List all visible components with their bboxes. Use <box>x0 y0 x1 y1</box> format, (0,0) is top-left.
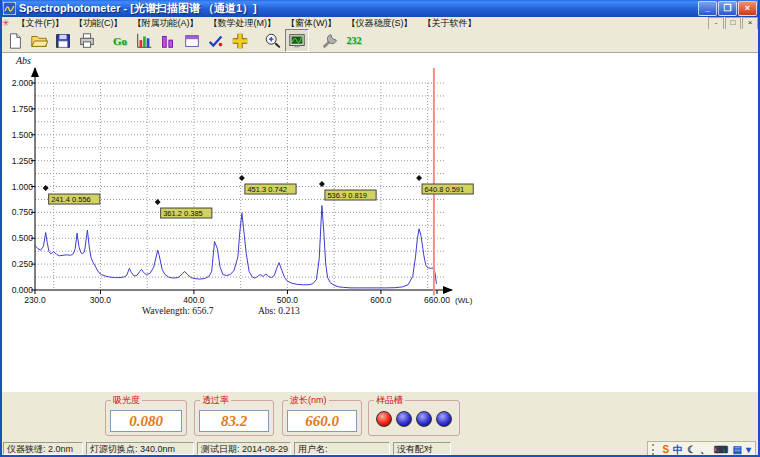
new-file-button[interactable] <box>3 29 27 52</box>
halfwidth-moon-icon[interactable]: ☾ <box>685 443 698 456</box>
peak-annotation-label-1: 241.4 0.556 <box>51 195 91 204</box>
print-button[interactable] <box>75 29 99 52</box>
peak-marker-3 <box>239 175 245 181</box>
absorbance-value: 0.080 <box>110 410 182 432</box>
mdi-minimize-button[interactable]: - <box>708 17 724 30</box>
sample-cell-led-4[interactable] <box>436 411 452 427</box>
status-panel-4: 用户名: <box>294 442 390 455</box>
x-tick-label: 660.00 <box>424 295 450 305</box>
menu-item-3[interactable]: 【附属功能(A)】 <box>128 17 204 29</box>
menu-item-7[interactable]: 【关于软件】 <box>418 17 482 29</box>
restore-button[interactable]: ❐ <box>718 1 737 16</box>
close-button[interactable]: × <box>738 1 757 16</box>
soft-keyboard-icon[interactable]: ⌨ <box>712 443 730 456</box>
screen-display-button[interactable] <box>285 29 309 52</box>
new-file-icon <box>6 32 24 50</box>
peak-annotation-label-3: 451.3 0.742 <box>247 185 287 194</box>
minimize-button[interactable]: _ <box>698 1 717 16</box>
y-tick-label: 1.500 <box>12 130 34 140</box>
transmittance-value: 83.2 <box>199 410 269 432</box>
transmittance-label: 透过率 <box>200 395 231 405</box>
x-tick-label: 500.0 <box>277 295 299 305</box>
rs232-button[interactable]: 232 <box>342 29 366 52</box>
histogram-button[interactable] <box>156 29 180 52</box>
wavelength-value: 660.0 <box>287 410 357 432</box>
sample-cell-led-2[interactable] <box>396 411 412 427</box>
x-axis-unit-label: (WL) <box>455 296 473 305</box>
y-tick-label: 0.000 <box>12 285 34 295</box>
window-icon <box>183 32 201 50</box>
y-tick-label: 1.000 <box>12 182 34 192</box>
x-axis-arrow <box>443 286 453 294</box>
y-tick-label: 1.250 <box>12 156 34 166</box>
peak-marker-5 <box>416 175 422 181</box>
printer-icon <box>78 32 96 50</box>
title-bar: Spectrophotometer - [光谱扫描图谱 （通道1）] _ ❐ × <box>0 0 760 17</box>
open-folder-icon <box>30 32 48 50</box>
status-panel-2: 灯源切换点: 340.0nm <box>86 442 194 455</box>
status-panel-3: 测试日期: 2014-08-29 <box>197 442 291 455</box>
menu-bar: ✳ 【文件(F)】【功能(C)】【附属功能(A)】【数学处理(M)】【窗体(W)… <box>0 17 758 29</box>
footer-wavelength-readout: Wavelength: 656.7 <box>142 306 214 316</box>
peak-annotation-label-2: 361.2 0.385 <box>163 209 203 218</box>
crosshair-button[interactable] <box>228 29 252 52</box>
save-button[interactable] <box>51 29 75 52</box>
spectrum-bars-button[interactable] <box>132 29 156 52</box>
status-panel-5: 没有配对 <box>393 442 451 455</box>
app-icon <box>3 2 16 15</box>
bar-chart-icon <box>135 32 153 50</box>
settings-wrench-button[interactable] <box>318 29 342 52</box>
sogou-ime-icon[interactable]: S <box>660 443 671 456</box>
x-tick-label: 300.0 <box>90 295 112 305</box>
window-title: Spectrophotometer - [光谱扫描图谱 （通道1）] <box>19 0 697 17</box>
open-file-button[interactable] <box>27 29 51 52</box>
language-bar[interactable]: S中☾、⌨▤▾ <box>647 441 756 457</box>
wrench-icon <box>321 32 339 50</box>
menu-item-6[interactable]: 【仪器稳度(S)】 <box>342 17 418 29</box>
absorbance-groupbox: 吸光度 0.080 <box>105 400 187 436</box>
mdi-restore-button[interactable]: □ <box>725 17 741 30</box>
verify-button[interactable] <box>204 29 228 52</box>
y-tick-label: 0.500 <box>12 233 34 243</box>
status-panel-1: 仪器狭缝: 2.0nm <box>3 442 83 455</box>
status-bar: 仪器狭缝: 2.0nm灯源切换点: 340.0nm测试日期: 2014-08-2… <box>0 440 760 457</box>
menu-item-4[interactable]: 【数学处理(M)】 <box>204 17 282 29</box>
peak-marker-1 <box>43 185 49 191</box>
peak-annotation-label-4: 536.9 0.819 <box>327 191 367 200</box>
rs232-icon: 232 <box>347 35 362 46</box>
y-tick-label: 2.000 <box>12 78 34 88</box>
wavelength-label: 波长(nm) <box>288 395 329 405</box>
go-scan-button[interactable]: Go <box>108 29 132 52</box>
menu-item-1[interactable]: 【文件(F)】 <box>12 17 70 29</box>
readout-panel: 吸光度 0.080 透过率 83.2 波长(nm) 660.0 样品槽 <box>0 392 760 440</box>
window-view-button[interactable] <box>180 29 204 52</box>
zoom-button[interactable] <box>261 29 285 52</box>
histogram-icon <box>159 32 177 50</box>
langbar-grip-handle[interactable] <box>652 444 657 455</box>
monitor-icon <box>288 32 306 50</box>
mdi-child-icon: ✳ <box>2 17 10 29</box>
magnifier-icon <box>264 32 282 50</box>
punctuation-icon[interactable]: 、 <box>698 443 712 456</box>
save-floppy-icon <box>54 32 72 50</box>
transmittance-groupbox: 透过率 83.2 <box>194 400 274 436</box>
spectrum-chart[interactable]: 0.0000.2500.5000.7501.0001.2501.5001.750… <box>0 52 760 392</box>
chart-area: 0.0000.2500.5000.7501.0001.2501.5001.750… <box>0 52 760 392</box>
spectrum-curve <box>35 206 437 288</box>
x-tick-label: 600.0 <box>370 295 392 305</box>
toolbar: Go 232 <box>0 29 758 53</box>
ime-band-icon[interactable]: ▤ <box>731 443 744 456</box>
peak-annotation-label-5: 640.8 0.591 <box>425 185 465 194</box>
x-tick-label: 230.0 <box>24 295 46 305</box>
x-tick-label: 400.0 <box>183 295 205 305</box>
footer-abs-readout: Abs: 0.213 <box>258 306 300 316</box>
sample-cell-led-3[interactable] <box>416 411 432 427</box>
ime-options-icon[interactable]: ▾ <box>744 443 753 456</box>
sample-cell-led-1[interactable] <box>376 411 392 427</box>
menu-bar-items: 【文件(F)】【功能(C)】【附属功能(A)】【数学处理(M)】【窗体(W)】【… <box>12 17 707 29</box>
chinese-mode-icon[interactable]: 中 <box>671 443 685 456</box>
y-tick-label: 1.750 <box>12 104 34 114</box>
mdi-close-button[interactable]: × <box>742 17 758 30</box>
menu-item-2[interactable]: 【功能(C)】 <box>69 17 128 29</box>
menu-item-5[interactable]: 【窗体(W)】 <box>281 17 342 29</box>
